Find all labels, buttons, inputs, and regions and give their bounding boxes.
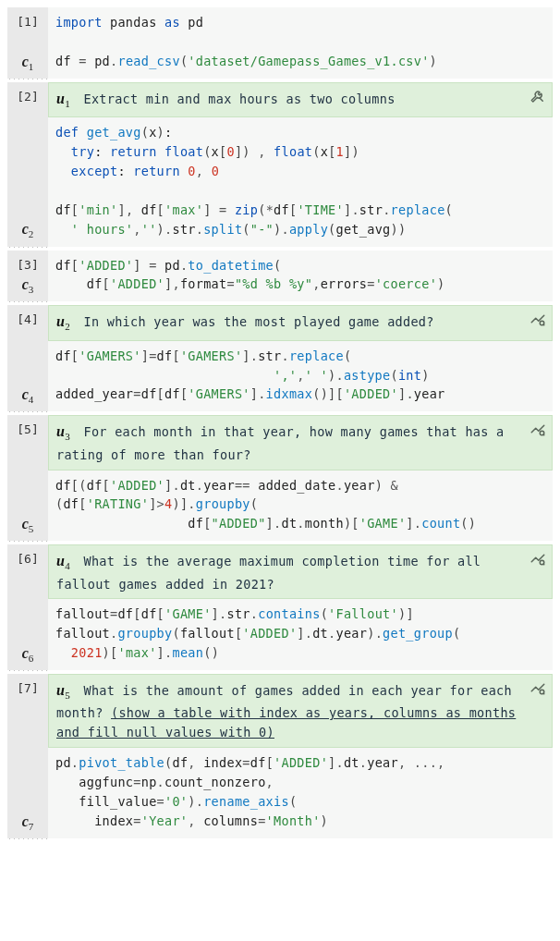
utterance-text: What is the amount of games added in eac… (56, 683, 516, 739)
utterance: u1 Extract min and max hours as two colu… (48, 82, 553, 117)
cell-index: [6] (7, 550, 48, 568)
code-block: def get_avg(x): try: return float(x[0]) … (48, 117, 553, 247)
utterance-text: What is the average maximum completion t… (56, 554, 481, 591)
cell-body: import pandas as pd df = pd.read_csv('da… (48, 7, 553, 79)
cell-gutter: [6]c6 (7, 544, 48, 670)
cell-body: u1 Extract min and max hours as two colu… (48, 82, 553, 247)
cell-c-label: c7 (7, 811, 48, 835)
cell-gutter: [4]c4 (7, 305, 48, 411)
cell-gutter: [2]c2 (7, 82, 48, 247)
cell: [6]c6u4 What is the average maximum comp… (7, 544, 553, 670)
cell-index: [4] (7, 311, 48, 329)
notebook-figure: [1]c1import pandas as pd df = pd.read_cs… (7, 7, 553, 838)
utterance-text: In which year was the most played game a… (83, 314, 433, 329)
utterance-text: Extract min and max hours as two columns (83, 92, 395, 106)
cell-index: [1] (7, 13, 48, 31)
code-block: df[(df['ADDED'].dt.year== added_date.yea… (48, 470, 553, 542)
utterance-icon (530, 421, 546, 445)
cell-gutter: [5]c5 (7, 415, 48, 541)
cell: [1]c1import pandas as pd df = pd.read_cs… (7, 7, 553, 79)
cell: [7]c7u5 What is the amount of games adde… (7, 674, 553, 838)
chart-search-icon (530, 679, 546, 696)
cell-body: u3 For each month in that year, how many… (48, 415, 553, 541)
chart-search-icon (530, 421, 546, 437)
cell: [5]c5u3 For each month in that year, how… (7, 415, 553, 541)
code-block: df['GAMERS']=df['GAMERS'].str.replace( '… (48, 341, 553, 412)
code-block: pd.pivot_table(df, index=df['ADDED'].dt.… (48, 748, 553, 838)
code-block: fallout=df[df['GAME'].str.contains('Fall… (48, 599, 553, 670)
cell: [3]c3df['ADDED'] = pd.to_datetime( df['A… (7, 251, 553, 302)
cell-body: u5 What is the amount of games added in … (48, 674, 553, 838)
utterance-icon (530, 679, 546, 703)
cell-index: [2] (7, 88, 48, 106)
svg-line-3 (543, 434, 544, 435)
chart-search-icon (530, 550, 546, 567)
utterance-text: For each month in that year, how many ga… (56, 424, 505, 461)
svg-line-1 (543, 324, 544, 325)
cell-c-label: c5 (7, 513, 48, 537)
cell-c-label: c6 (7, 642, 48, 666)
cell-c-label: c2 (7, 218, 48, 242)
utterance-icon (530, 311, 546, 335)
code-block: df['ADDED'] = pd.to_datetime( df['ADDED'… (48, 251, 553, 302)
cell: [4]c4u2 In which year was the most playe… (7, 305, 553, 411)
utterance: u4 What is the average maximum completio… (48, 544, 553, 599)
cell: [2]c2u1 Extract min and max hours as two… (7, 82, 553, 247)
cell-c-label: c1 (7, 51, 48, 75)
cell-index: [5] (7, 421, 48, 439)
cell-body: u2 In which year was the most played gam… (48, 305, 553, 411)
utterance: u5 What is the amount of games added in … (48, 674, 553, 748)
cell-c-label: c4 (7, 384, 48, 408)
svg-line-7 (543, 693, 544, 694)
code-block: import pandas as pd df = pd.read_csv('da… (48, 7, 553, 79)
utterance: u3 For each month in that year, how many… (48, 415, 553, 470)
chart-search-icon (530, 311, 546, 327)
cell-body: df['ADDED'] = pd.to_datetime( df['ADDED'… (48, 251, 553, 302)
cell-gutter: [1]c1 (7, 7, 48, 79)
utterance-icon (530, 88, 546, 112)
cell-c-label: c3 (7, 274, 48, 298)
cell-body: u4 What is the average maximum completio… (48, 544, 553, 670)
tools-icon (530, 88, 546, 104)
cell-index: [3] (7, 256, 48, 275)
cell-gutter: [3]c3 (7, 251, 48, 302)
cell-gutter: [7]c7 (7, 674, 48, 838)
utterance-icon (530, 550, 546, 574)
cell-index: [7] (7, 679, 48, 698)
svg-line-5 (543, 564, 544, 565)
utterance: u2 In which year was the most played gam… (48, 305, 553, 340)
